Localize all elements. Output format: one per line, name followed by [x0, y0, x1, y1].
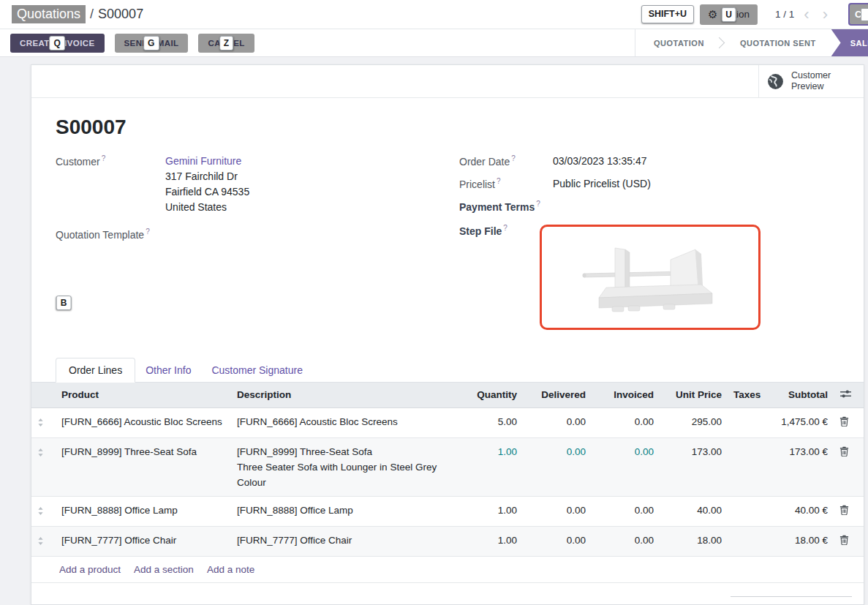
address-line: 317 Fairchild Dr: [165, 169, 249, 184]
pager-next-icon[interactable]: ›: [819, 7, 831, 23]
delivered-column-header: Delivered: [523, 383, 592, 408]
subtotal-cell: 173.00 €: [763, 437, 834, 496]
shortcut-badge-u: U: [721, 7, 736, 22]
edge-button-c[interactable]: C: [848, 3, 868, 26]
product-column-header: Product: [56, 383, 231, 408]
button-box-strip: Customer Preview: [31, 65, 864, 98]
quantity-cell[interactable]: 1.00: [461, 526, 523, 556]
delete-line-icon[interactable]: [839, 444, 849, 461]
product-cell[interactable]: [FURN_6666] Acoustic Bloc Screens: [56, 407, 231, 437]
address-line: Fairfield CA 94535: [165, 184, 249, 200]
unit-price-cell[interactable]: 40.00: [660, 496, 728, 526]
payment-terms-field: Payment Terms?: [459, 199, 839, 213]
delivered-cell[interactable]: 0.00: [523, 526, 592, 556]
quantity-column-header: Quantity: [461, 383, 523, 408]
drag-handle-icon[interactable]: [37, 414, 44, 432]
drag-handle-icon[interactable]: [37, 533, 44, 550]
taxes-cell[interactable]: [728, 496, 763, 526]
add-a-product-link[interactable]: Add a product: [59, 564, 121, 575]
taxes-cell[interactable]: [728, 437, 763, 496]
tab-order-lines[interactable]: Order Lines: [56, 358, 135, 383]
stage-sales-order[interactable]: SALES ORDER: [831, 29, 868, 56]
action-menu-button[interactable]: ⚙ Action U: [700, 4, 758, 25]
shortcut-badge-b: B: [56, 296, 72, 310]
pager-count: 1 / 1: [775, 9, 794, 20]
tab-other-info[interactable]: Other Info: [135, 358, 201, 382]
step-file-field: Step File?: [459, 223, 839, 330]
cancel-button[interactable]: CANCEL Z: [198, 34, 254, 53]
taxes-cell[interactable]: [728, 526, 763, 556]
description-cell[interactable]: [FURN_8999] Three-Seat SofaThree Seater …: [231, 437, 461, 496]
product-cell[interactable]: [FURN_7777] Office Chair: [56, 526, 231, 556]
handle-column-header: [31, 383, 56, 408]
customer-link[interactable]: Gemini Furniture: [165, 154, 249, 169]
invoiced-cell[interactable]: 0.00: [592, 526, 660, 556]
unit-price-column-header: Unit Price: [660, 383, 728, 408]
breadcrumb-separator: /: [90, 7, 94, 22]
product-cell[interactable]: [FURN_8888] Office Lamp: [56, 496, 231, 526]
pricelist-value[interactable]: Public Pricelist (USD): [553, 176, 651, 192]
add-a-section-link[interactable]: Add a section: [134, 564, 194, 575]
description-column-header: Description: [231, 383, 461, 408]
description-cell[interactable]: [FURN_8888] Office Lamp: [231, 496, 461, 526]
field-grid: Customer? Gemini Furniture 317 Fairchild…: [31, 154, 864, 337]
customer-address: 317 Fairchild Dr Fairfield CA 94535 Unit…: [165, 169, 249, 215]
customer-preview-label-line1: Customer: [791, 70, 831, 81]
subtotal-cell: 1,475.00 €: [763, 407, 834, 437]
action-button-bar: CREATE INVOICE Q SEND EMAIL G CANCEL Z Q…: [0, 29, 868, 57]
order-date-value[interactable]: 03/03/2023 13:35:47: [553, 154, 646, 169]
send-email-button[interactable]: SEND EMAIL G: [115, 34, 189, 53]
record-sheet: Customer Preview S00007 Customer? Gemini…: [31, 64, 864, 605]
help-icon: ?: [497, 177, 501, 185]
description-cell[interactable]: [FURN_6666] Acoustic Bloc Screens: [231, 407, 461, 437]
optional-columns-icon[interactable]: [839, 389, 852, 401]
order-line-row: [FURN_8999] Three-Seat Sofa [FURN_8999] …: [31, 437, 864, 496]
unit-price-cell[interactable]: 295.00: [660, 407, 728, 437]
add-a-note-link[interactable]: Add a note: [207, 564, 254, 575]
record-title: S00007: [56, 116, 864, 139]
help-icon: ?: [102, 154, 106, 162]
status-pipeline: QUOTATION QUOTATION SENT SALES ORDER: [635, 29, 868, 56]
tab-customer-signature[interactable]: Customer Signature: [201, 358, 313, 382]
pricelist-field: Pricelist? Public Pricelist (USD): [459, 176, 839, 192]
product-cell[interactable]: [FURN_8999] Three-Seat Sofa: [56, 437, 231, 496]
quotation-template-field: Quotation Template?: [56, 227, 459, 241]
form-view-background: Customer Preview S00007 Customer? Gemini…: [0, 57, 868, 605]
drag-handle-icon[interactable]: [37, 503, 44, 520]
create-invoice-button[interactable]: CREATE INVOICE Q: [10, 34, 105, 53]
delivered-cell[interactable]: 0.00: [523, 437, 592, 496]
customer-label: Customer?: [56, 154, 165, 215]
customer-preview-button[interactable]: Customer Preview: [758, 65, 864, 97]
breadcrumb-quotations-link[interactable]: Quotations: [12, 5, 86, 23]
quantity-cell[interactable]: 5.00: [461, 407, 523, 437]
unit-price-cell[interactable]: 173.00: [660, 437, 728, 496]
taxes-cell[interactable]: [728, 407, 763, 437]
delete-line-icon[interactable]: [839, 414, 849, 431]
invoiced-cell[interactable]: 0.00: [592, 496, 660, 526]
unit-price-cell[interactable]: 18.00: [660, 526, 728, 556]
globe-icon: [766, 72, 785, 91]
breadcrumb: Quotations B / S00007: [12, 5, 143, 23]
shortcut-badge-q: Q: [49, 36, 65, 50]
shortcut-badge-c: [861, 8, 868, 21]
description-cell[interactable]: [FURN_7777] Office Chair: [231, 526, 461, 556]
gear-icon: ⚙: [708, 8, 717, 21]
top-navigation-bar: Quotations B / S00007 SHIFT+U ⚙ Action U…: [0, 0, 868, 29]
shortcut-badge-z: Z: [219, 36, 234, 50]
delete-line-icon[interactable]: [839, 503, 849, 519]
quantity-cell[interactable]: 1.00: [461, 437, 523, 496]
quantity-cell[interactable]: 1.00: [461, 496, 523, 526]
drag-handle-icon[interactable]: [37, 444, 44, 462]
delete-line-icon[interactable]: [839, 533, 849, 549]
invoiced-cell[interactable]: 0.00: [592, 407, 660, 437]
stage-quotation[interactable]: QUOTATION: [643, 29, 715, 56]
invoiced-cell[interactable]: 0.00: [592, 437, 660, 496]
delivered-cell[interactable]: 0.00: [523, 407, 592, 437]
stage-quotation-sent[interactable]: QUOTATION SENT: [729, 29, 827, 56]
delivered-cell[interactable]: 0.00: [523, 496, 592, 526]
step-file-preview-box[interactable]: [540, 225, 761, 330]
order-line-row: [FURN_8888] Office Lamp [FURN_8888] Offi…: [31, 496, 864, 526]
pager-previous-icon[interactable]: ‹: [800, 7, 812, 23]
step-file-3d-preview: [577, 239, 723, 315]
order-date-label: Order Date?: [459, 154, 553, 169]
